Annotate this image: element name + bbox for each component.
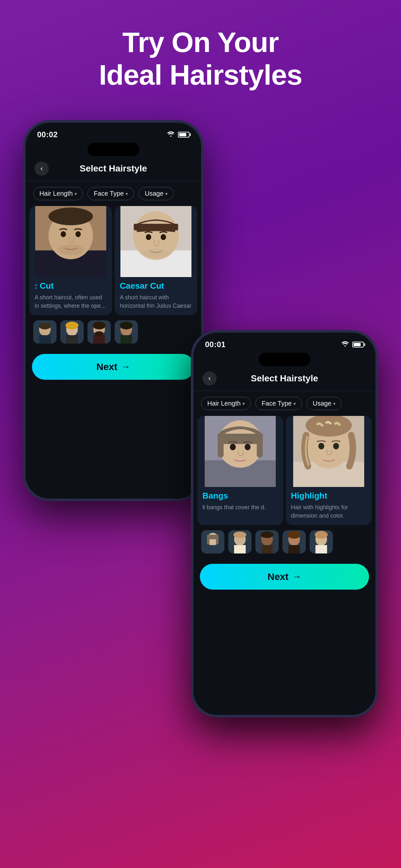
- phone2-hairstyle-desc-1: Hair with highlights for dimension and c…: [291, 503, 366, 520]
- phone1-filter-bar: Hair Length ▾ Face Type ▾ Usage ▾: [26, 181, 201, 206]
- svg-rect-62: [261, 545, 273, 554]
- phone2-hairstyle-grid: Bangs ll bangs that cover the d.: [193, 416, 375, 525]
- phone2-thumb-2[interactable]: [255, 530, 279, 554]
- phone2-filter-hair-length[interactable]: Hair Length ▾: [201, 397, 251, 410]
- phone1-status-icons: [167, 131, 189, 138]
- svg-rect-37: [218, 434, 263, 444]
- phone2-filter-usage-chevron: ▾: [333, 401, 335, 406]
- phone1-next-arrow: →: [121, 362, 130, 372]
- phone1-filter-usage-chevron: ▾: [165, 191, 167, 196]
- svg-point-41: [245, 444, 251, 451]
- hero-title: Try On YourIdeal Hairstyles: [99, 26, 302, 91]
- svg-point-69: [315, 531, 328, 538]
- phone1-next-button[interactable]: Next →: [32, 354, 195, 380]
- phone1-hairstyle-desc-1: A short haircut with horizontal frin Jul…: [120, 293, 192, 310]
- svg-point-48: [333, 443, 339, 450]
- phone2-filter-usage-label: Usage: [312, 400, 331, 407]
- svg-rect-23: [66, 335, 78, 344]
- phone2-hairstyle-name-0: Bangs: [203, 491, 278, 501]
- phone2-thumb-1[interactable]: [228, 530, 251, 554]
- phone2-filter-face-type-label: Face Type: [261, 400, 291, 407]
- phone2-thumb-0[interactable]: [201, 530, 224, 554]
- phone1-hairstyle-grid: : Cut A short haircut, often used in set…: [26, 206, 201, 315]
- svg-point-7: [58, 245, 84, 255]
- svg-rect-70: [315, 545, 327, 554]
- phone2-next-arrow: →: [292, 571, 302, 582]
- phone1-thumb-1[interactable]: [60, 320, 84, 344]
- phone2-hairstyle-name-1: Highlight: [291, 491, 366, 501]
- phone1-filter-face-type-chevron: ▾: [126, 191, 128, 196]
- svg-point-18: [39, 323, 51, 330]
- svg-point-14: [161, 234, 166, 240]
- phone1-hairstyle-card-1[interactable]: Caesar Cut A short haircut with horizont…: [115, 206, 197, 315]
- phone2-wifi-icon: [341, 341, 349, 348]
- phone2-filter-face-type-chevron: ▾: [294, 401, 296, 406]
- phone1-hairstyle-image-0: [29, 206, 112, 277]
- phone1-filter-face-type-label: Face Type: [94, 190, 124, 197]
- phone2-status-icons: [341, 341, 364, 348]
- svg-point-22: [66, 321, 79, 330]
- svg-point-61: [260, 531, 274, 538]
- svg-point-57: [234, 531, 246, 538]
- phone1-filter-hair-length[interactable]: Hair Length ▾: [33, 187, 83, 200]
- phone2-next-label: Next: [267, 571, 288, 582]
- phone1-filter-hair-length-label: Hair Length: [39, 190, 73, 197]
- svg-point-47: [318, 443, 324, 450]
- phone1-filter-face-type[interactable]: Face Type ▾: [88, 187, 134, 200]
- phone1-thumb-2[interactable]: [88, 320, 111, 344]
- phone1-filter-usage[interactable]: Usage ▾: [138, 187, 174, 200]
- phone1-thumb-0[interactable]: [33, 320, 57, 344]
- phone-1: 00:02 ‹ Select Hairstyle: [23, 120, 204, 501]
- phone2-hairstyle-card-0[interactable]: Bangs ll bangs that cover the d.: [197, 416, 283, 525]
- phone1-hairstyle-info-0: : Cut A short haircut, often used in set…: [29, 277, 112, 315]
- svg-rect-32: [120, 335, 132, 344]
- svg-rect-66: [288, 545, 300, 554]
- phone1-thumb-3[interactable]: [115, 320, 138, 344]
- phone1-screen-header: ‹ Select Hairstyle: [26, 156, 201, 181]
- phone2-screen-header: ‹ Select Hairstyle: [193, 366, 375, 391]
- phones-container: 00:02 ‹ Select Hairstyle: [23, 120, 378, 734]
- phone2-hairstyle-card-1[interactable]: Highlight Hair with highlights for dimen…: [286, 416, 372, 525]
- phone1-hairstyle-desc-0: A short haircut, often used in settings,…: [35, 293, 107, 310]
- svg-point-65: [288, 531, 301, 538]
- phone2-status-bar: 00:01: [193, 333, 375, 351]
- svg-point-6: [75, 231, 81, 237]
- phone1-thumb-strip: [26, 315, 201, 349]
- phone2-filter-usage[interactable]: Usage ▾: [306, 397, 342, 410]
- phone2-screen-title: Select Hairstyle: [251, 373, 318, 383]
- phone1-hairstyle-image-1: [115, 206, 197, 277]
- phone1-status-bar: 00:02: [26, 123, 201, 142]
- svg-rect-54: [207, 545, 219, 554]
- phone2-thumb-3[interactable]: [282, 530, 306, 554]
- svg-rect-39: [257, 434, 263, 457]
- phone1-screen-title: Select Hairstyle: [80, 163, 147, 174]
- phone2-thumb-strip: [193, 525, 375, 559]
- phone2-filter-bar: Hair Length ▾ Face Type ▾ Usage ▾: [193, 391, 375, 416]
- svg-point-15: [143, 248, 169, 257]
- phone1-time: 00:02: [37, 130, 58, 139]
- phone1-back-button[interactable]: ‹: [35, 161, 49, 176]
- phone1-hairstyle-card-0[interactable]: : Cut A short haircut, often used in set…: [29, 206, 112, 315]
- svg-point-40: [230, 444, 236, 451]
- phone2-filter-face-type[interactable]: Face Type ▾: [255, 397, 302, 410]
- phone1-hairstyle-info-1: Caesar Cut A short haircut with horizont…: [115, 277, 197, 315]
- phone1-wifi-icon: [167, 131, 175, 138]
- phone2-time: 00:01: [205, 340, 226, 349]
- phone1-dynamic-island: [88, 143, 139, 156]
- phone-2: 00:01 ‹ Select Hairstyle: [191, 330, 378, 717]
- svg-rect-58: [234, 545, 246, 554]
- phone2-thumb-4[interactable]: [310, 530, 333, 554]
- svg-point-28: [95, 331, 104, 337]
- phone2-back-button[interactable]: ‹: [203, 371, 217, 385]
- phone2-hairstyle-info-1: Highlight Hair with highlights for dimen…: [286, 487, 372, 525]
- phone1-filter-usage-label: Usage: [145, 190, 163, 197]
- phone2-next-button[interactable]: Next →: [200, 564, 369, 590]
- phone1-hairstyle-name-1: Caesar Cut: [120, 281, 192, 291]
- phone2-hairstyle-image-1: [286, 416, 372, 487]
- phone1-next-label: Next: [96, 361, 117, 372]
- phone2-hairstyle-info-0: Bangs ll bangs that cover the d.: [197, 487, 283, 517]
- svg-point-5: [61, 231, 66, 237]
- svg-point-31: [120, 321, 133, 330]
- svg-point-4: [49, 208, 93, 225]
- svg-rect-38: [218, 434, 223, 457]
